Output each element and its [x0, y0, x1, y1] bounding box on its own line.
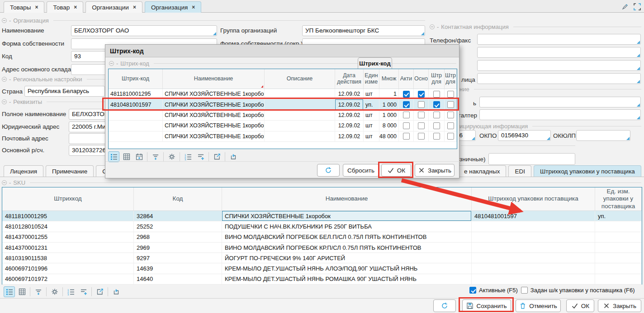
table-row[interactable]: СПИЧКИ ХОЗЯЙСТВЕННЫЕ 1коробок 12.09.02 ш… — [109, 110, 457, 121]
modal-ok-button[interactable]: ОК — [381, 164, 411, 177]
column-header[interactable]: Наименование — [222, 187, 472, 210]
list-view-icon[interactable] — [108, 151, 119, 162]
detail-tab[interactable]: е накладных — [458, 165, 506, 177]
okpo-input[interactable]: 01569430 — [498, 130, 551, 141]
detail-tab[interactable]: Лицензия — [4, 165, 43, 177]
window-tab[interactable]: Товар × — [47, 1, 83, 13]
close-tab-icon[interactable]: × — [133, 5, 136, 10]
code-input[interactable]: 93 — [71, 51, 106, 62]
country-input[interactable]: Республика Беларусь — [24, 86, 105, 97]
active-checkbox[interactable] — [403, 101, 410, 108]
detail-tab[interactable]: Примечание — [46, 165, 94, 177]
collapse-icon[interactable] — [2, 180, 7, 185]
modal-tab-barcode[interactable]: Штрих-код — [358, 57, 392, 69]
filter-checkbox[interactable] — [469, 287, 476, 294]
modal-close-button[interactable]: Закрыть — [415, 164, 455, 177]
column-header[interactable]: Наименование — [163, 69, 265, 89]
filter-icon[interactable] — [33, 286, 44, 297]
table-row[interactable]: 4600697101972 14640 КРЕМ-МЫЛО ДЕТ.УШАСТЫ… — [2, 274, 642, 285]
name-input[interactable]: БЕЛХОЗТОРГ ОАО — [71, 25, 217, 36]
flag1-checkbox[interactable] — [433, 112, 440, 118]
column-header[interactable]: Дата действия — [335, 69, 364, 89]
column-header[interactable]: Штрихкод — [2, 187, 134, 210]
flag2-checkbox[interactable] — [447, 112, 454, 118]
director-input[interactable] — [479, 97, 641, 107]
column-header[interactable]: Код — [134, 187, 222, 210]
main-checkbox[interactable] — [418, 133, 425, 140]
close-tab-icon[interactable]: × — [74, 5, 77, 10]
column-header[interactable]: Множ — [379, 69, 399, 89]
column-header[interactable]: Штрих-код — [109, 69, 163, 89]
flag2-checkbox[interactable] — [447, 122, 454, 129]
expand-icon[interactable] — [633, 2, 641, 11]
flag1-checkbox[interactable] — [433, 91, 440, 98]
window-tab[interactable]: Товары × — [4, 1, 44, 13]
filter-checkbox[interactable] — [521, 287, 528, 294]
column-header[interactable]: Штрихкод упаковки поставщика — [472, 187, 595, 210]
column-header[interactable]: Штр для — [445, 69, 457, 89]
contact-input-2[interactable] — [477, 47, 641, 58]
collapse-icon[interactable] — [2, 77, 7, 82]
active-checkbox[interactable] — [403, 91, 410, 98]
reload-icon[interactable] — [227, 151, 239, 162]
ok-button[interactable]: ОК — [566, 299, 594, 312]
table-row[interactable]: 4810128010524 25252 ПОДУШЕЧКИ С НАЧ.ВК.К… — [2, 221, 642, 232]
detail-tab[interactable]: Штрихкод упаковки у поставщика — [534, 165, 641, 177]
main-checkbox[interactable] — [418, 101, 425, 108]
main-checkbox[interactable] — [418, 91, 425, 98]
phone-input[interactable] — [477, 34, 641, 45]
collapse-icon[interactable] — [430, 24, 435, 29]
add-rows-icon[interactable] — [195, 151, 206, 162]
table-row[interactable]: 4810319011538 9297 ЙОГУРТ ПО-ГРЕЧЕСКИ 9%… — [2, 253, 642, 263]
accountant-input[interactable] — [479, 109, 641, 120]
retail-input[interactable] — [488, 153, 575, 165]
close-tab-icon[interactable]: × — [35, 5, 38, 10]
calendar-icon[interactable] — [133, 151, 145, 162]
close-button[interactable]: Закрыть — [598, 299, 641, 312]
contact-person-input[interactable] — [477, 73, 641, 84]
grid-view-icon[interactable] — [121, 151, 132, 162]
window-tab[interactable]: Организация × — [145, 1, 201, 13]
column-header[interactable]: Описание — [265, 69, 335, 89]
table-row[interactable]: 4814370001255 2968 ВИНО МОЛДАВСКИЙ ПОГРЕ… — [2, 232, 642, 243]
gear-icon[interactable] — [166, 151, 177, 162]
column-header[interactable]: Осно — [414, 69, 429, 89]
table-row[interactable]: 4814370001231 2969 ВИНО МОЛДАВСКИЙ ПОГРЕ… — [2, 243, 642, 253]
reload-icon[interactable] — [110, 286, 122, 297]
modal-refresh-button[interactable] — [317, 164, 340, 177]
flag2-checkbox[interactable] — [447, 91, 454, 98]
add-rows-icon[interactable] — [78, 286, 89, 297]
numbered-list-icon[interactable]: 123 — [65, 286, 76, 297]
export-icon[interactable] — [211, 151, 223, 162]
column-header[interactable]: Един изме — [364, 69, 379, 89]
table-row[interactable]: 4811810001295 СПИЧКИ ХОЗЯЙСТВЕННЫЕ 1коро… — [109, 89, 457, 99]
contact-input-3[interactable] — [477, 60, 641, 71]
active-checkbox[interactable] — [403, 133, 410, 140]
collapse-icon[interactable] — [109, 61, 114, 66]
org-group-input[interactable]: УП Белкоопвнешторг БКС — [302, 25, 425, 36]
column-header[interactable]: Штр для — [429, 69, 445, 89]
window-tab[interactable]: Организации × — [85, 1, 142, 13]
table-row[interactable]: 4600697101996 14639 КРЕМ-МЫЛО ДЕТ.УШАСТЫ… — [2, 263, 642, 274]
flag2-checkbox[interactable] — [447, 101, 454, 108]
main-checkbox[interactable] — [418, 112, 425, 118]
main-checkbox[interactable] — [418, 122, 425, 129]
cancel-button[interactable]: Отменить — [516, 299, 561, 312]
list-view-icon[interactable] — [4, 286, 15, 297]
collapse-icon[interactable] — [2, 18, 7, 23]
active-checkbox[interactable] — [403, 112, 410, 118]
active-checkbox[interactable] — [403, 122, 410, 129]
table-row[interactable]: 4810481001597 СПИЧКИ ХОЗЯЙСТВЕННЫЕ 1коро… — [109, 99, 457, 110]
flag2-checkbox[interactable] — [447, 133, 454, 140]
flag1-checkbox[interactable] — [433, 101, 440, 108]
table-row[interactable]: 4811810001295 32864 СПИЧКИ ХОЗЯЙСТВЕННЫЕ… — [2, 211, 642, 221]
numbered-list-icon[interactable]: 123 — [182, 151, 194, 162]
flag1-checkbox[interactable] — [433, 122, 440, 129]
grid-view-icon[interactable] — [16, 286, 28, 297]
close-tab-icon[interactable]: × — [192, 5, 195, 10]
modal-reset-button[interactable]: Сбросить — [343, 164, 379, 177]
filter-icon[interactable] — [150, 151, 161, 162]
flag1-checkbox[interactable] — [433, 133, 440, 140]
refresh-button[interactable] — [433, 299, 456, 312]
table-row[interactable]: СПИЧКИ ХОЗЯЙСТВЕННЫЕ 1коробок 12.09.02 ш… — [109, 121, 457, 131]
